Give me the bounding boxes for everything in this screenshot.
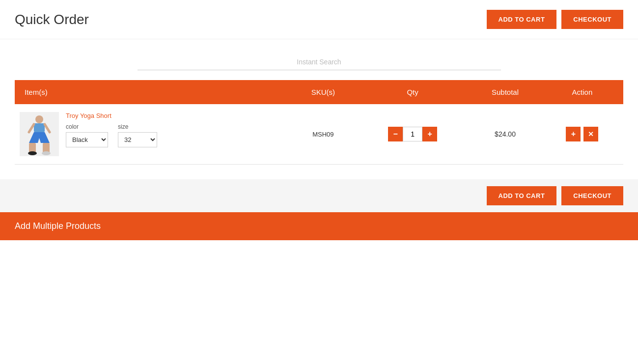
svg-point-7 (42, 151, 51, 155)
instant-search-input[interactable] (138, 54, 501, 70)
qty-decrease-button[interactable]: − (388, 127, 403, 141)
svg-rect-1 (34, 123, 45, 132)
add-to-cart-button-bottom[interactable]: ADD TO CART (487, 186, 557, 205)
svg-line-2 (29, 124, 34, 132)
add-to-cart-button-top[interactable]: ADD TO CART (487, 10, 557, 29)
table-header-row: Item(s) SKU(s) Qty Subtotal Action (15, 80, 623, 104)
action-buttons: + ✕ (547, 127, 617, 141)
action-remove-button[interactable]: ✕ (583, 127, 598, 141)
action-add-button[interactable]: + (566, 127, 581, 141)
table-row: Troy Yoga Short color BlackBlueRed size … (15, 104, 623, 165)
product-name-link[interactable]: Troy Yoga Short (66, 112, 157, 119)
color-attr-group: color BlackBlueRed (66, 123, 108, 147)
action-cell: + ✕ (541, 104, 623, 165)
add-multiple-section: Add Multiple Products (0, 212, 638, 240)
color-select[interactable]: BlackBlueRed (66, 132, 108, 147)
sku-cell: MSH09 (290, 104, 356, 165)
svg-line-3 (45, 124, 50, 132)
qty-increase-button[interactable]: + (422, 127, 437, 141)
size-attr-group: size 30323436 (118, 123, 157, 147)
qty-cell: − + (356, 104, 469, 165)
product-cell-0: Troy Yoga Short color BlackBlueRed size … (15, 104, 290, 165)
col-skus: SKU(s) (290, 80, 356, 104)
header: Quick Order ADD TO CART CHECKOUT (0, 0, 638, 39)
svg-point-6 (28, 151, 37, 155)
product-item: Troy Yoga Short color BlackBlueRed size … (20, 112, 284, 156)
add-multiple-title: Add Multiple Products (15, 221, 101, 231)
qty-controls: − + (362, 127, 463, 141)
page-title: Quick Order (15, 12, 89, 28)
header-buttons: ADD TO CART CHECKOUT (487, 10, 623, 29)
product-attrs: color BlackBlueRed size 30323436 (66, 123, 157, 147)
size-label: size (118, 123, 157, 130)
size-select[interactable]: 30323436 (118, 132, 157, 147)
color-label: color (66, 123, 108, 130)
order-table: Item(s) SKU(s) Qty Subtotal Action (15, 80, 623, 165)
col-action: Action (541, 80, 623, 104)
bottom-bar: ADD TO CART CHECKOUT (0, 179, 638, 212)
checkout-button-top[interactable]: CHECKOUT (561, 10, 623, 29)
product-image (20, 112, 59, 156)
col-qty: Qty (356, 80, 469, 104)
qty-input[interactable] (403, 127, 422, 141)
table-section: Item(s) SKU(s) Qty Subtotal Action (0, 80, 638, 165)
checkout-button-bottom[interactable]: CHECKOUT (561, 186, 623, 205)
search-section (0, 39, 638, 80)
svg-point-0 (35, 115, 43, 123)
col-subtotal: Subtotal (469, 80, 541, 104)
subtotal-cell: $24.00 (469, 104, 541, 165)
col-items: Item(s) (15, 80, 290, 104)
product-info: Troy Yoga Short color BlackBlueRed size … (66, 112, 157, 147)
page-wrapper: Quick Order ADD TO CART CHECKOUT Item(s)… (0, 0, 638, 364)
